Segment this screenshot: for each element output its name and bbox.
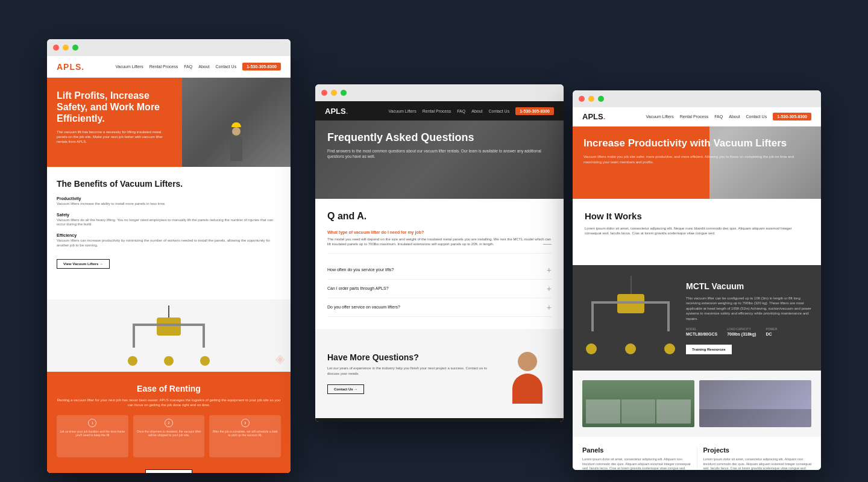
- close-icon[interactable]: [321, 90, 327, 96]
- card2-content: APLS. Vacuum Lifters Rental Process FAQ …: [315, 101, 564, 422]
- panels-desc: Lorem ipsum dolor sit amet, consectetur …: [582, 457, 691, 470]
- lifter-image-band: ◈: [47, 299, 291, 372]
- mctl-load-label: LOAD CAPACITY: [727, 327, 756, 331]
- step-num-1: 1: [88, 419, 96, 427]
- rental-process-button[interactable]: Our Rental Process: [145, 469, 192, 473]
- c3-nav-rental[interactable]: Rental Process: [680, 114, 708, 119]
- mctl-spec-load: LOAD CAPACITY 700lbs (318kg): [727, 327, 756, 336]
- nav-contact[interactable]: Contact Us: [216, 64, 237, 69]
- nav-faq[interactable]: FAQ: [184, 64, 192, 69]
- qa-expand-3-icon[interactable]: +: [547, 303, 552, 311]
- step-desc-2: Once the shipment is received, the vacuu…: [133, 430, 205, 437]
- rental-step-1: 1 Let us know your job location and the …: [57, 415, 128, 457]
- mctl-model-value: MCTL80/80GCS: [686, 332, 717, 336]
- nav-rental-process[interactable]: Rental Process: [149, 64, 178, 69]
- maximize-icon[interactable]: [72, 45, 78, 51]
- mctl-arm-h: [591, 301, 670, 304]
- close-icon[interactable]: [53, 45, 59, 51]
- c3-nav-contact[interactable]: Contact Us: [746, 114, 767, 119]
- c3-nav-vacuum[interactable]: Vacuum Lifters: [646, 114, 674, 119]
- lifter-arm-v1: [133, 324, 135, 348]
- qa-first-answer: The model you need will depend on the si…: [327, 237, 552, 254]
- lifter-suction-2: [164, 356, 174, 366]
- lifter-visual: [121, 305, 217, 366]
- projects-title: Projects: [703, 446, 812, 454]
- faq-hero-content: Frequently Asked Questions Find answers …: [315, 120, 564, 170]
- photo-grid: [573, 371, 821, 437]
- mctl-desc: This vacuum lifter can be configured up …: [686, 296, 811, 321]
- nav-phone[interactable]: 1-530-305-8300: [242, 63, 281, 70]
- photo-panels: [582, 380, 694, 427]
- contact-us-button[interactable]: Contact Us →: [327, 384, 364, 394]
- faq-navbar: APLS. Vacuum Lifters Rental Process FAQ …: [315, 101, 564, 120]
- mctl-section: MCTL Vacuum This vacuum lifter can be co…: [573, 265, 821, 371]
- step-num-2: 2: [165, 419, 173, 427]
- mctl-title: MCTL Vacuum: [686, 281, 811, 291]
- panels-column: Panels Lorem ipsum dolor sit amet, conse…: [582, 446, 697, 470]
- faq-nav-vacuum[interactable]: Vacuum Lifters: [389, 109, 417, 113]
- panels-title: Panels: [582, 446, 691, 454]
- worker-figure: [230, 122, 242, 161]
- nav-links: Vacuum Lifters Rental Process FAQ About …: [116, 63, 281, 70]
- minimize-icon[interactable]: [588, 96, 594, 102]
- view-lifters-button[interactable]: View Vacuum Lifters →: [57, 259, 110, 269]
- qa-q2-text: Can I order parts through APLS?: [327, 286, 389, 290]
- benefits-title: The Benefits of Vacuum Lifters.: [57, 179, 281, 189]
- mctl-model-label: MODEL: [686, 327, 717, 331]
- minimize-icon[interactable]: [331, 90, 337, 96]
- browser-bar-left: [47, 39, 291, 56]
- more-q-title: Have More Questions?: [327, 352, 494, 362]
- hero-image: [182, 78, 291, 167]
- nav-vacuum-lifters[interactable]: Vacuum Lifters: [116, 64, 143, 69]
- training-resources-button[interactable]: Training Resources: [686, 345, 732, 354]
- minimize-icon[interactable]: [63, 45, 69, 51]
- maximize-icon[interactable]: [598, 96, 604, 102]
- benefits-section: The Benefits of Vacuum Lifters. Producti…: [47, 167, 291, 299]
- qa-expand-2-icon[interactable]: +: [547, 284, 552, 293]
- qa-q3-text: Do you offer service on vacuum lifters?: [327, 305, 400, 309]
- mctl-power-label: POWER: [766, 327, 777, 331]
- person-figure: [503, 343, 552, 404]
- maximize-icon[interactable]: [341, 90, 347, 96]
- decor-stripe: ◈: [275, 351, 285, 366]
- faq-nav-faq[interactable]: FAQ: [457, 109, 465, 113]
- card3-site-logo: APLS.: [582, 112, 605, 121]
- c3-nav-about[interactable]: About: [729, 114, 740, 119]
- step-desc-1: Let us know your job location and the ti…: [57, 430, 128, 437]
- worker-head: [232, 127, 241, 136]
- qa-q1-text: How often do you service your lifts?: [327, 268, 394, 272]
- qa-first-question[interactable]: What type of vacuum lifter do I need for…: [327, 230, 552, 234]
- close-icon[interactable]: [579, 96, 585, 102]
- faq-nav-contact[interactable]: Contact Us: [489, 109, 510, 113]
- hero-title: Lift Profits, Increase Safety, and Work …: [57, 90, 172, 125]
- qa-item-1[interactable]: How often do you service your lifts? +: [327, 261, 552, 280]
- mctl-lifter-visual: [582, 276, 679, 360]
- faq-nav-rental[interactable]: Rental Process: [423, 109, 451, 113]
- lifter-arm-horizontal: [133, 324, 205, 326]
- photo-projects: [699, 380, 811, 427]
- projects-column: Projects Lorem ipsum dolor sit amet, con…: [697, 446, 812, 470]
- card3-hero-content: Increase Productivity with Vacuum Lifter…: [573, 127, 821, 199]
- how-it-works-title: How It Works: [585, 211, 809, 221]
- qa-item-3[interactable]: Do you offer service on vacuum lifters? …: [327, 298, 552, 317]
- c3-nav-phone[interactable]: 1-530-305-8300: [773, 113, 811, 120]
- c3-nav-faq[interactable]: FAQ: [714, 114, 723, 119]
- card3-hero-section: Increase Productivity with Vacuum Lifter…: [573, 127, 821, 199]
- lifter-suction-1: [128, 356, 137, 366]
- qa-minus-icon[interactable]: —: [543, 242, 552, 246]
- faq-nav-phone[interactable]: 1-530-305-8300: [515, 107, 554, 115]
- benefit-safety-label: Safety: [57, 213, 281, 217]
- benefit-productivity-desc: Vacuum lifters increase the ability to i…: [57, 202, 281, 207]
- benefit-productivity: Productivity Vacuum lifters increase the…: [57, 196, 281, 207]
- nav-about[interactable]: About: [198, 64, 209, 69]
- qa-item-2[interactable]: Can I order parts through APLS? +: [327, 280, 552, 298]
- more-q-desc: Let our years of experience in the indus…: [327, 366, 494, 376]
- faq-nav-about[interactable]: About: [471, 109, 482, 113]
- person-head: [518, 352, 537, 371]
- hero-text: Lift Profits, Increase Safety, and Work …: [47, 78, 182, 167]
- rental-section: Ease of Renting Renting a vacuum lifter …: [47, 372, 291, 473]
- qa-expand-1-icon[interactable]: +: [547, 266, 552, 274]
- benefit-efficiency-desc: Vacuum lifters can increase productivity…: [57, 239, 281, 248]
- faq-hero-title: Frequently Asked Questions: [327, 131, 552, 145]
- hero-section: Lift Profits, Increase Safety, and Work …: [47, 78, 291, 167]
